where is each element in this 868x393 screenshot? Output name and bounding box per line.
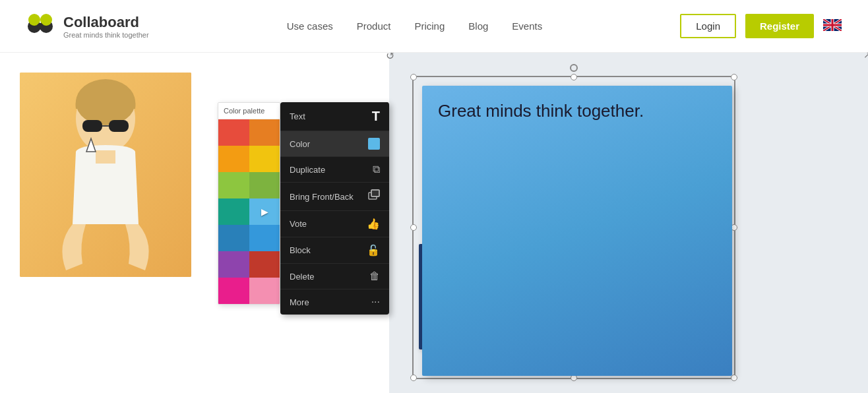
menu-label-duplicate: Duplicate	[290, 165, 325, 175]
sticky-card-text: Great minds think together.	[422, 86, 732, 136]
menu-label-delete: Delete	[290, 272, 315, 282]
menu-label-vote: Vote	[290, 219, 307, 229]
trash-icon: 🗑	[369, 270, 380, 282]
menu-item-color[interactable]: Color	[280, 131, 389, 157]
color-swatch-0[interactable]	[218, 119, 249, 146]
header: Collaboard Great minds think together Us…	[0, 0, 868, 53]
color-swatch-5[interactable]	[249, 172, 280, 198]
main-nav: Use cases Product Pricing Blog Events	[287, 20, 542, 32]
resize-handle-ml[interactable]	[410, 224, 417, 231]
svg-point-4	[37, 23, 44, 30]
flag-icon	[823, 19, 842, 31]
color-swatch-11[interactable]	[249, 251, 280, 278]
color-swatch-2[interactable]	[218, 146, 249, 172]
ellipsis-icon: ···	[371, 296, 380, 308]
resize-handle-tr[interactable]	[731, 74, 737, 80]
duplicate-icon: ⧉	[373, 164, 380, 175]
resize-handle-br[interactable]	[731, 375, 737, 381]
login-button[interactable]: Login	[680, 14, 736, 38]
resize-icon-tr: ↗	[863, 53, 868, 60]
nav-events[interactable]: Events	[512, 20, 542, 32]
menu-item-block[interactable]: Block 🔓	[280, 237, 389, 264]
logo: Collaboard Great minds think together	[26, 13, 149, 40]
resize-handle-tl[interactable]	[410, 74, 417, 80]
color-grid	[218, 119, 280, 304]
menu-item-duplicate[interactable]: Duplicate ⧉	[280, 157, 389, 183]
menu-item-bring-front-back[interactable]: Bring Front/Back	[280, 183, 389, 211]
nav-blog[interactable]: Blog	[468, 20, 488, 32]
logo-tagline: Great minds think together	[63, 31, 149, 39]
color-swatch-10[interactable]	[218, 251, 249, 278]
color-swatch-7[interactable]	[249, 198, 280, 225]
menu-label-bring: Bring Front/Back	[290, 192, 354, 202]
header-actions: Login Register	[680, 14, 842, 38]
menu-label-more: More	[290, 297, 309, 307]
color-swatch-13[interactable]	[249, 278, 280, 304]
color-swatch-1[interactable]	[249, 119, 280, 146]
nav-use-cases[interactable]: Use cases	[287, 20, 333, 32]
thumbs-up-icon: 👍	[367, 218, 380, 230]
logo-text: Collaboard Great minds think together	[63, 14, 149, 39]
color-swatch-9[interactable]	[249, 225, 280, 251]
menu-item-more[interactable]: More ···	[280, 289, 389, 315]
rotate-icon-tl: ↺	[386, 53, 394, 62]
register-button[interactable]: Register	[745, 14, 814, 38]
color-swatch-3[interactable]	[249, 146, 280, 172]
color-swatch-icon	[368, 138, 380, 150]
resize-handle-tc[interactable]	[571, 74, 577, 80]
whiteboard-area: Great minds think together. ↺ ↗	[389, 53, 868, 393]
resize-handle-bl[interactable]	[410, 375, 417, 381]
svg-rect-10	[109, 120, 129, 132]
menu-label-text: Text	[290, 111, 305, 121]
menu-label-block: Block	[290, 245, 311, 255]
menu-item-text[interactable]: Text T	[280, 102, 389, 131]
lock-open-icon: 🔓	[367, 244, 380, 257]
language-flag[interactable]	[823, 19, 842, 34]
color-swatch-4[interactable]	[218, 172, 249, 198]
palette-title: Color palette	[218, 103, 280, 119]
layers-icon	[368, 189, 380, 204]
context-menu: Text T Color Duplicate ⧉ Bring Front/Bac…	[280, 102, 389, 315]
svg-rect-9	[82, 120, 102, 132]
menu-label-color: Color	[290, 139, 310, 149]
color-swatch-6[interactable]	[218, 198, 249, 225]
menu-item-vote[interactable]: Vote 👍	[280, 211, 389, 237]
nav-pricing[interactable]: Pricing	[414, 20, 445, 32]
color-swatch-12[interactable]	[218, 278, 249, 304]
svg-rect-12	[96, 150, 115, 164]
color-swatch-8[interactable]	[218, 225, 249, 251]
menu-item-delete[interactable]: Delete 🗑	[280, 264, 389, 289]
nav-product[interactable]: Product	[357, 20, 391, 32]
text-icon: T	[372, 109, 380, 124]
main-content: Color palette Text T Color Duplicate ⧉ B…	[0, 53, 868, 393]
sticky-card-main[interactable]: Great minds think together.	[422, 86, 732, 376]
logo-name: Collaboard	[63, 14, 149, 31]
color-palette-panel: Color palette	[218, 102, 280, 305]
svg-rect-15	[371, 190, 379, 196]
fashion-photo	[20, 73, 191, 277]
rotate-handle[interactable]	[570, 64, 578, 72]
logo-icon	[26, 13, 57, 40]
